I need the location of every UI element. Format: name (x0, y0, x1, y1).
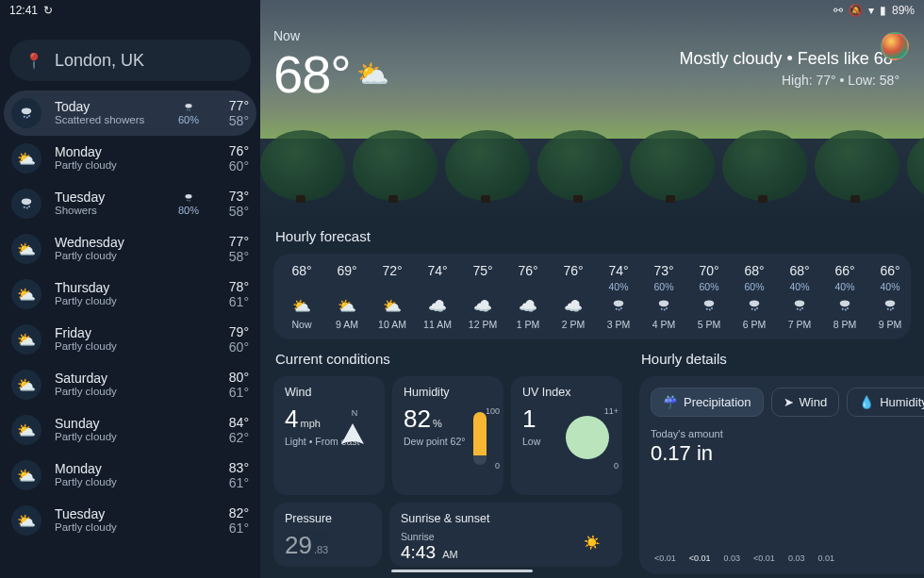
day-icon: ⛅ (11, 415, 41, 445)
hour-col: 76°☁️2 PM (551, 263, 596, 330)
day-row[interactable]: ⛅ MondayPartly cloudy 76°60° (4, 136, 256, 181)
day-lo: 58° (229, 249, 249, 264)
day-row[interactable]: ⛅ TuesdayPartly cloudy 82°61° (4, 498, 256, 543)
hour-col: 75°☁️12 PM (460, 263, 505, 330)
gesture-bar[interactable] (363, 570, 561, 572)
day-row[interactable]: ⛅ WednesdayPartly cloudy 77°58° (4, 226, 256, 272)
hour-icon (701, 295, 718, 316)
day-lo: 60° (229, 339, 249, 355)
hour-precip: 60% (744, 281, 764, 292)
wifi-icon: ▾ (868, 4, 874, 17)
hour-icon: ⛅ (383, 295, 402, 316)
day-label: Friday (55, 325, 160, 340)
hour-col: 69°⛅9 AM (324, 263, 370, 330)
svg-point-30 (795, 300, 805, 306)
day-icon: ⛅ (11, 143, 41, 173)
hour-icon (882, 295, 899, 316)
day-cond: Partly cloudy (55, 295, 160, 307)
hour-precip: 40% (789, 281, 809, 292)
svg-point-27 (751, 308, 753, 310)
nav-icon: ➤ (784, 395, 794, 409)
day-lo: 60° (229, 158, 249, 173)
hour-col: 76°☁️1 PM (505, 263, 551, 330)
pressure-card[interactable]: Pressure 29.83 (273, 503, 382, 567)
svg-point-11 (186, 194, 192, 199)
day-row[interactable]: ⛅ FridayPartly cloudy 79°60° (4, 317, 256, 362)
day-cond: Partly cloudy (55, 521, 160, 534)
day-hi: 79° (229, 324, 249, 339)
day-list: TodayScattered showers 60% 77°58° ⛅ Mond… (0, 87, 260, 547)
day-hi: 78° (229, 279, 249, 294)
now-icon: ⛅ (356, 58, 388, 90)
day-cond: Partly cloudy (55, 159, 160, 172)
location-search[interactable]: 📍 London, UK (9, 40, 251, 81)
sun-card[interactable]: Sunrise & sunset Sunrise 4:43 AM ☀️ (389, 503, 622, 567)
svg-point-3 (28, 115, 30, 117)
svg-point-26 (750, 300, 760, 306)
day-lo: 61° (229, 520, 249, 536)
hour-icon (655, 295, 672, 316)
day-cond: Scattered showers (55, 114, 160, 126)
profile-avatar[interactable] (881, 32, 909, 60)
tab-wind[interactable]: ➤Wind (771, 388, 840, 417)
hour-icon: ☁️ (428, 295, 447, 316)
day-lo: 61° (229, 294, 249, 309)
svg-point-15 (616, 308, 618, 310)
pin-icon: 📍 (25, 52, 43, 70)
sun-icon: ☀️ (584, 535, 600, 550)
svg-point-37 (847, 307, 849, 309)
humidity-card[interactable]: Humidity 82% Dew point 62° 1000 (392, 376, 503, 495)
now-label: Now (273, 28, 388, 43)
hour-icon (791, 295, 808, 316)
day-label: Monday (55, 461, 160, 476)
svg-point-19 (661, 308, 663, 310)
hour-label: 6 PM (743, 319, 767, 330)
svg-point-6 (190, 109, 190, 110)
svg-point-34 (840, 300, 850, 306)
location-text: London, UK (55, 51, 144, 71)
day-row[interactable]: TuesdayShowers 80% 73°58° (4, 181, 256, 226)
day-hi: 80° (229, 370, 249, 385)
svg-point-16 (619, 309, 620, 311)
svg-point-9 (26, 207, 28, 209)
svg-point-36 (845, 309, 847, 311)
day-icon: ⛅ (11, 505, 41, 536)
tab-humidity[interactable]: 💧Humidity (847, 388, 924, 417)
day-label: Monday (55, 144, 160, 159)
day-icon (11, 98, 41, 128)
svg-point-5 (187, 109, 188, 110)
hour-icon (746, 295, 763, 316)
humidity-gauge (473, 412, 487, 465)
tab-precipitation[interactable]: ☔Precipitation (651, 388, 764, 417)
hour-icon: ⛅ (292, 295, 311, 316)
svg-point-2 (26, 117, 28, 119)
hour-col: 68°40%7 PM (777, 263, 822, 330)
hourly-details-card: ☔Precipitation ➤Wind 💧Humidity Today's a… (639, 376, 924, 574)
drop-icon: 💧 (859, 395, 874, 409)
hour-col: 74°☁️11 AM (415, 263, 460, 330)
day-row[interactable]: ⛅ MondayPartly cloudy 83°61° (4, 453, 256, 498)
day-icon: ⛅ (11, 370, 41, 400)
hour-label: 10 AM (378, 319, 406, 330)
svg-point-1 (24, 116, 25, 118)
hour-temp: 66° (834, 263, 854, 278)
umbrella-icon: ☔ (663, 395, 678, 409)
hour-temp: 66° (880, 263, 899, 278)
link-icon: ⚯ (833, 4, 843, 17)
day-precip: 60% (166, 101, 211, 125)
day-row[interactable]: ⛅ ThursdayPartly cloudy 78°61° (4, 272, 256, 317)
battery-pct: 89% (892, 4, 915, 17)
day-row[interactable]: ⛅ SaturdayPartly cloudy 80°61° (4, 362, 256, 407)
hour-temp: 69° (337, 263, 356, 278)
hour-temp: 68° (789, 263, 809, 278)
status-time: 12:41 (9, 4, 38, 17)
day-row[interactable]: TodayScattered showers 60% 77°58° (4, 91, 256, 136)
wind-card[interactable]: Wind 4mph Light • From east N (273, 376, 385, 495)
day-lo: 61° (229, 475, 249, 490)
hourly-forecast[interactable]: 68°⛅Now69°⛅9 AM72°⛅10 AM74°☁️11 AM75°☁️1… (273, 254, 911, 339)
uv-card[interactable]: UV Index 1 Low 11+0 (511, 376, 622, 495)
hour-temp: 70° (699, 263, 718, 278)
day-row[interactable]: ⛅ SundayPartly cloudy 84°62° (4, 407, 256, 453)
hour-col: 72°⛅10 AM (370, 263, 415, 330)
svg-point-18 (659, 300, 669, 306)
